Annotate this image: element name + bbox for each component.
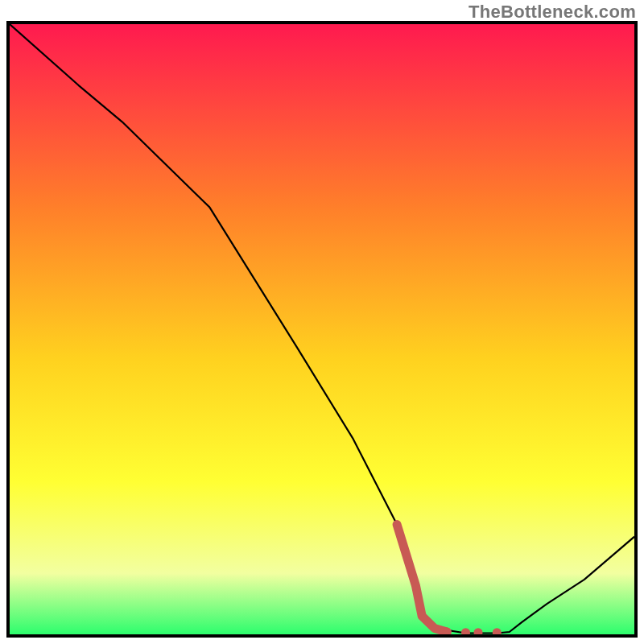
watermark-text: TheBottleneck.com <box>469 2 636 23</box>
gradient-background <box>10 24 634 634</box>
chart-stage: TheBottleneck.com <box>0 0 644 644</box>
plot-border <box>6 21 638 638</box>
bottleneck-chart <box>10 24 634 634</box>
